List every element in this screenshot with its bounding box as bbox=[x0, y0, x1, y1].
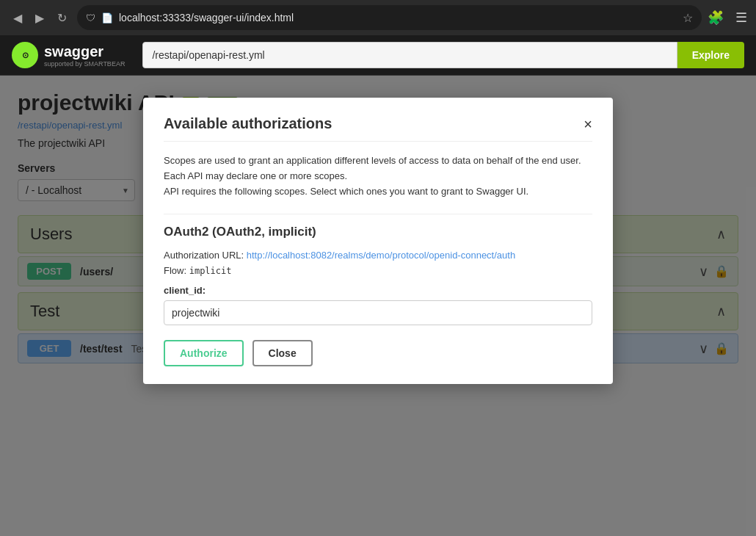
modal-title: Available authorizations bbox=[164, 115, 332, 132]
modal-actions: Authorize Close bbox=[164, 340, 592, 366]
client-id-input[interactable] bbox=[164, 300, 592, 325]
swagger-logo-text-wrap: swagger supported by SMARTBEAR bbox=[44, 43, 125, 68]
swagger-logo-sub: supported by SMARTBEAR bbox=[44, 60, 125, 68]
nav-buttons: ◀ ▶ ↻ bbox=[9, 8, 71, 28]
menu-button[interactable]: ☰ bbox=[735, 10, 747, 26]
oauth2-title: OAuth2 (OAuth2, implicit) bbox=[164, 225, 592, 239]
swagger-url-bar[interactable]: /restapi/openapi-rest.yml bbox=[142, 42, 677, 68]
modal-desc-1: Scopes are used to grant an application … bbox=[164, 155, 581, 166]
swagger-logo-icon: ⊙ bbox=[12, 42, 38, 68]
auth-url-row: Authorization URL: http://localhost:8082… bbox=[164, 250, 592, 261]
browser-chrome: ◀ ▶ ↻ 🛡 📄 localhost:33333/swagger-ui/ind… bbox=[0, 0, 756, 35]
client-id-label: client_id: bbox=[164, 285, 592, 296]
browser-icons: 🧩 ☰ bbox=[708, 10, 747, 26]
reload-button[interactable]: ↻ bbox=[53, 8, 71, 28]
extensions-button[interactable]: 🧩 bbox=[708, 10, 724, 26]
authorize-button[interactable]: Authorize bbox=[164, 340, 244, 366]
modal-header: Available authorizations × bbox=[164, 115, 592, 142]
modal-overlay: Available authorizations × Scopes are us… bbox=[0, 76, 756, 536]
address-bar[interactable]: 🛡 📄 localhost:33333/swagger-ui/index.htm… bbox=[77, 5, 702, 30]
back-button[interactable]: ◀ bbox=[9, 8, 26, 28]
modal-close-button[interactable]: × bbox=[584, 117, 592, 131]
swagger-logo: ⊙ swagger supported by SMARTBEAR bbox=[12, 42, 125, 68]
modal-divider bbox=[164, 214, 592, 214]
modal-description: Scopes are used to grant an application … bbox=[164, 153, 592, 199]
page-icon: 📄 bbox=[101, 12, 113, 23]
modal-desc-3: API requires the following scopes. Selec… bbox=[164, 186, 528, 197]
bookmark-button[interactable]: ☆ bbox=[683, 11, 693, 25]
modal-dialog: Available authorizations × Scopes are us… bbox=[143, 98, 613, 384]
swagger-logo-text: swagger bbox=[44, 43, 125, 60]
forward-button[interactable]: ▶ bbox=[31, 8, 48, 28]
flow-value: implicit bbox=[189, 266, 232, 276]
explore-button[interactable]: Explore bbox=[677, 42, 744, 68]
address-text: localhost:33333/swagger-ui/index.html bbox=[119, 12, 677, 23]
auth-url-label: Authorization URL: bbox=[164, 250, 244, 261]
main-content: projectwiki API 10 OAS3 /restapi/openapi… bbox=[0, 76, 756, 536]
close-button[interactable]: Close bbox=[252, 340, 313, 366]
swagger-header: ⊙ swagger supported by SMARTBEAR /restap… bbox=[0, 35, 756, 76]
flow-label: Flow: bbox=[164, 265, 186, 276]
flow-row: Flow: implicit bbox=[164, 265, 592, 276]
shield-icon: 🛡 bbox=[86, 12, 95, 23]
modal-desc-2: Each API may declare one or more scopes. bbox=[164, 170, 347, 181]
auth-url-value[interactable]: http://localhost:8082/realms/demo/protoc… bbox=[247, 250, 515, 261]
swagger-url-value: /restapi/openapi-rest.yml bbox=[152, 49, 264, 61]
